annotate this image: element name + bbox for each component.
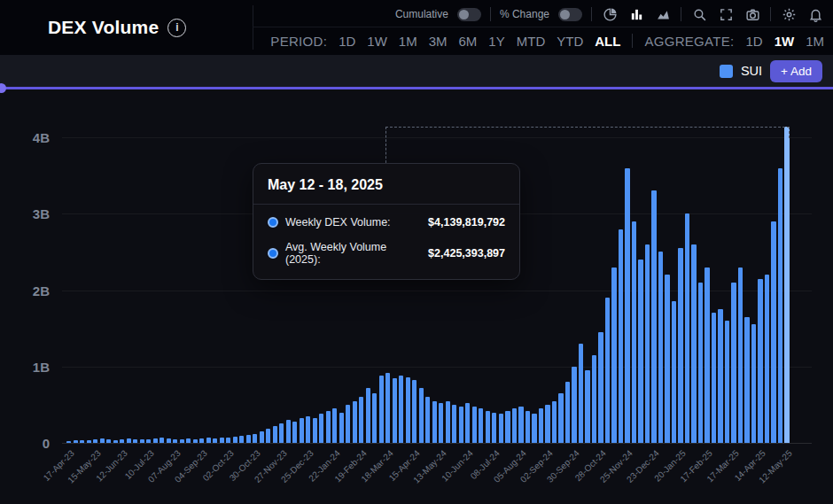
volume-bar[interactable] [439, 403, 443, 443]
volume-bar[interactable] [412, 380, 416, 443]
volume-bar[interactable] [393, 378, 397, 443]
volume-bar[interactable] [292, 422, 297, 443]
volume-bar[interactable] [300, 418, 304, 443]
volume-bar[interactable] [313, 418, 317, 443]
series-label[interactable]: SUI [741, 64, 762, 78]
volume-bar[interactable] [87, 440, 91, 443]
volume-bar[interactable] [685, 213, 689, 443]
volume-bar[interactable] [611, 268, 616, 443]
volume-bar[interactable] [572, 367, 576, 443]
volume-bar[interactable] [246, 435, 251, 443]
volume-bar[interactable] [379, 376, 384, 443]
cumulative-toggle[interactable] [457, 8, 481, 21]
volume-bar[interactable] [712, 313, 716, 443]
volume-bar[interactable] [678, 248, 682, 443]
volume-bar[interactable] [74, 440, 78, 443]
volume-bar[interactable] [731, 283, 736, 443]
volume-bar[interactable] [765, 275, 769, 443]
volume-bar[interactable] [113, 440, 118, 443]
volume-bar[interactable] [771, 221, 775, 443]
pct-change-toggle[interactable] [558, 8, 582, 21]
volume-bar[interactable] [672, 301, 676, 443]
volume-bar[interactable] [346, 405, 350, 443]
volume-bar[interactable] [120, 439, 124, 443]
area-chart-icon[interactable] [654, 5, 672, 23]
period-mtd[interactable]: MTD [517, 34, 546, 49]
volume-bar[interactable] [705, 268, 709, 443]
volume-bar[interactable] [366, 388, 370, 443]
volume-bar[interactable] [199, 438, 204, 443]
volume-bar[interactable] [180, 439, 184, 443]
volume-bar[interactable] [140, 439, 144, 443]
volume-bar[interactable] [465, 403, 470, 443]
notifications-bell-icon[interactable] [806, 5, 824, 23]
volume-bar[interactable] [625, 168, 629, 444]
volume-bar[interactable] [167, 438, 171, 443]
volume-bar[interactable] [146, 439, 151, 443]
volume-bar[interactable] [419, 388, 424, 443]
add-series-button[interactable]: + Add [770, 60, 822, 82]
volume-bar[interactable] [605, 298, 610, 443]
volume-bar[interactable] [160, 438, 164, 443]
volume-bar[interactable] [153, 438, 158, 443]
volume-bar[interactable] [353, 401, 357, 443]
volume-bar[interactable] [784, 127, 789, 443]
volume-bar[interactable] [545, 405, 549, 443]
volume-bar[interactable] [220, 438, 224, 443]
volume-bar[interactable] [744, 317, 749, 443]
volume-bar[interactable] [691, 244, 696, 443]
volume-bar[interactable] [66, 441, 71, 443]
volume-bar[interactable] [446, 401, 450, 443]
volume-bar[interactable] [260, 431, 264, 443]
volume-bar[interactable] [598, 332, 603, 443]
volume-bar[interactable] [459, 407, 463, 443]
volume-bar[interactable] [651, 190, 656, 443]
volume-bar[interactable] [539, 408, 543, 443]
volume-bar[interactable] [385, 373, 390, 443]
volume-bar[interactable] [552, 401, 557, 443]
volume-bar[interactable] [778, 168, 782, 444]
volume-bar[interactable] [492, 413, 496, 444]
volume-bar[interactable] [645, 244, 650, 443]
search-icon[interactable] [690, 5, 708, 23]
volume-bar[interactable] [193, 439, 198, 443]
volume-bar[interactable] [585, 370, 589, 443]
volume-bar[interactable] [127, 438, 131, 443]
fullscreen-icon[interactable] [717, 5, 735, 23]
volume-bar[interactable] [266, 429, 270, 443]
period-1w[interactable]: 1W [367, 34, 387, 49]
volume-bar[interactable] [339, 413, 344, 444]
volume-bar[interactable] [658, 252, 663, 443]
volume-bar[interactable] [479, 408, 483, 443]
camera-icon[interactable] [743, 5, 761, 23]
period-1y[interactable]: 1Y [488, 34, 504, 49]
volume-bar[interactable] [718, 309, 722, 443]
info-icon[interactable]: i [167, 19, 186, 37]
volume-bar[interactable] [738, 268, 743, 443]
volume-bar[interactable] [472, 407, 477, 443]
period-1m[interactable]: 1M [399, 34, 417, 49]
pie-chart-icon[interactable] [601, 5, 619, 23]
volume-bar[interactable] [565, 382, 570, 443]
volume-bar[interactable] [512, 408, 517, 443]
volume-bar[interactable] [186, 438, 191, 443]
volume-bar[interactable] [279, 423, 284, 443]
volume-bar[interactable] [239, 436, 244, 443]
volume-bar[interactable] [359, 397, 363, 443]
volume-bar[interactable] [332, 408, 337, 443]
settings-gear-icon[interactable] [780, 5, 798, 23]
aggregate-1m[interactable]: 1M [806, 34, 824, 49]
volume-bar[interactable] [452, 405, 456, 443]
volume-bar[interactable] [173, 439, 177, 443]
volume-bar[interactable] [499, 414, 503, 443]
volume-bar[interactable] [525, 411, 530, 443]
volume-bar[interactable] [226, 438, 230, 443]
volume-bar[interactable] [100, 438, 105, 443]
volume-bar[interactable] [558, 393, 563, 443]
aggregate-1w[interactable]: 1W [775, 34, 795, 49]
volume-bar[interactable] [93, 439, 97, 443]
volume-bar[interactable] [579, 344, 583, 443]
volume-bar[interactable] [399, 376, 403, 443]
series-color-swatch[interactable] [720, 65, 733, 78]
volume-bar[interactable] [80, 440, 84, 443]
